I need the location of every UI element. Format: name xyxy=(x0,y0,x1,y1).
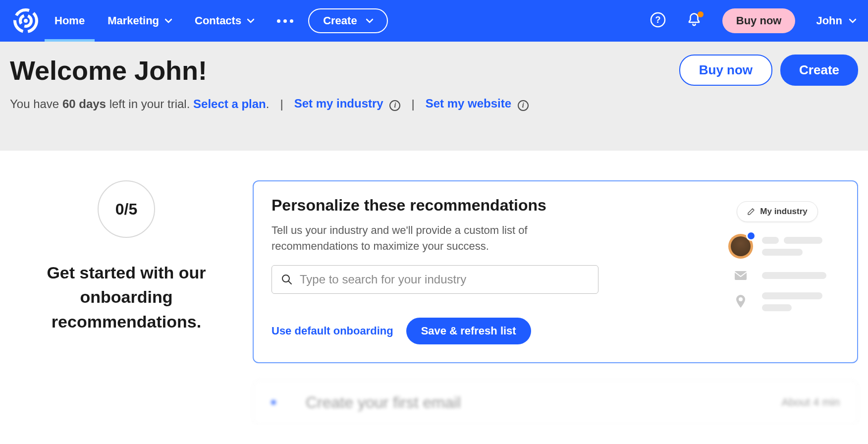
next-step-title: Create your first email xyxy=(306,393,461,412)
top-nav: Home Marketing Contacts Create ? Buy now xyxy=(0,0,868,42)
default-onboarding-link[interactable]: Use default onboarding xyxy=(271,325,393,337)
personalize-card: Personalize these recommendations Tell u… xyxy=(253,180,858,363)
avatar-plus-badge xyxy=(746,231,756,241)
onboarding-summary: 0/5 Get started with our onboarding reco… xyxy=(0,180,253,425)
info-icon[interactable]: i xyxy=(389,100,400,111)
nav-home[interactable]: Home xyxy=(54,0,85,42)
save-refresh-button[interactable]: Save & refresh list xyxy=(406,318,531,344)
pencil-icon xyxy=(747,208,755,216)
svg-text:?: ? xyxy=(655,15,660,25)
help-icon[interactable]: ? xyxy=(650,12,666,30)
chevron-down-icon xyxy=(165,17,172,24)
user-menu[interactable]: John xyxy=(816,14,856,27)
info-icon[interactable]: i xyxy=(518,100,529,111)
personalize-title: Personalize these recommendations xyxy=(271,196,715,215)
industry-search-wrap[interactable] xyxy=(271,265,598,294)
chevron-down-icon xyxy=(366,17,373,24)
industry-search-input[interactable] xyxy=(300,273,589,286)
step-bullet xyxy=(271,400,276,405)
welcome-section: Welcome John! Buy now Create You have 60… xyxy=(0,42,868,151)
progress-indicator: 0/5 xyxy=(98,180,155,238)
nav-buy-now-button[interactable]: Buy now xyxy=(722,8,796,33)
location-icon xyxy=(728,295,753,309)
personalize-subtitle: Tell us your industry and we'll provide … xyxy=(271,222,529,254)
nav-marketing[interactable]: Marketing xyxy=(108,0,172,42)
select-plan-link[interactable]: Select a plan xyxy=(193,97,266,111)
more-icon xyxy=(277,19,293,23)
mail-icon xyxy=(728,271,753,280)
chevron-down-icon xyxy=(849,17,856,24)
nav-create-button[interactable]: Create xyxy=(308,8,387,33)
nav-buy-now-label: Buy now xyxy=(736,14,782,27)
set-website-link[interactable]: Set my website xyxy=(426,97,511,110)
my-industry-chip[interactable]: My industry xyxy=(737,201,817,222)
svg-point-8 xyxy=(739,297,743,301)
nav-contacts[interactable]: Contacts xyxy=(195,0,254,42)
set-industry-link[interactable]: Set my industry xyxy=(294,97,383,110)
nav-more[interactable] xyxy=(277,0,293,42)
svg-point-2 xyxy=(24,19,28,23)
welcome-create-button[interactable]: Create xyxy=(780,55,858,86)
nav-home-label: Home xyxy=(54,14,85,27)
next-step-card[interactable]: Create your first email About 4 min xyxy=(253,380,858,425)
search-icon xyxy=(281,274,293,285)
welcome-title: Welcome John! xyxy=(10,55,207,86)
my-industry-label: My industry xyxy=(760,207,807,217)
nav-contacts-label: Contacts xyxy=(195,14,241,27)
chevron-down-icon xyxy=(247,17,254,24)
trial-prefix: You have xyxy=(10,97,62,111)
profile-preview xyxy=(728,234,826,311)
trial-days: 60 days xyxy=(62,97,106,111)
onboarding-heading: Get started with our onboarding recommen… xyxy=(32,261,220,334)
svg-line-6 xyxy=(288,281,291,284)
nav-create-label: Create xyxy=(323,14,357,27)
welcome-buy-now-button[interactable]: Buy now xyxy=(679,55,772,86)
notifications-icon[interactable] xyxy=(687,12,702,29)
next-step-time: About 4 min xyxy=(782,396,840,409)
trial-info: You have 60 days left in your trial. Sel… xyxy=(10,97,858,111)
avatar xyxy=(728,234,753,259)
nav-marketing-label: Marketing xyxy=(108,14,159,27)
logo[interactable] xyxy=(12,7,40,35)
user-name: John xyxy=(816,14,842,27)
svg-rect-7 xyxy=(735,271,747,280)
trial-suffix: left in your trial. xyxy=(106,97,193,111)
notification-badge xyxy=(698,11,704,17)
main-content: 0/5 Get started with our onboarding reco… xyxy=(0,151,868,425)
